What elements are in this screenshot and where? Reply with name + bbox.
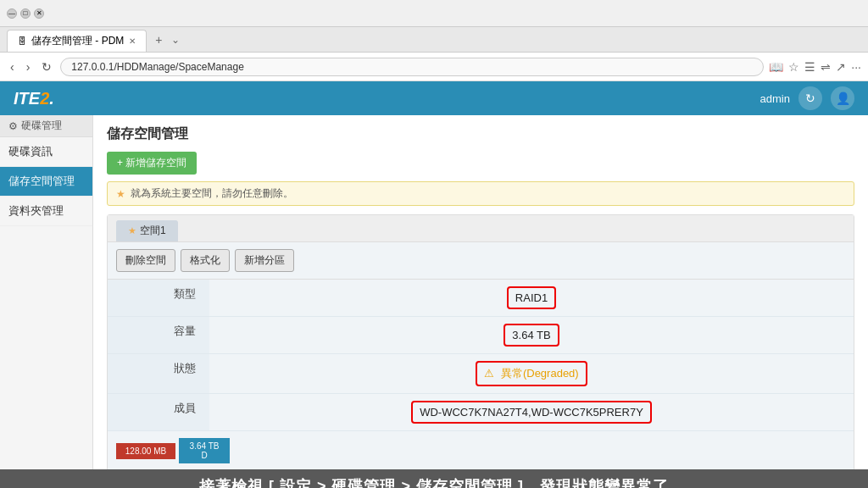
value-members: WD-WCC7K7NA27T4,WD-WCC7K5PRER7Y [209,394,854,430]
status-text: 異常(Degraded) [501,367,579,380]
add-storage-button[interactable]: + 新增儲存空間 [107,152,197,175]
sync-icon[interactable]: ⇌ [821,60,831,74]
value-members-text: WD-WCC7K7NA27T4,WD-WCC7K5PRER7Y [420,406,643,419]
space-tab-star-icon: ★ [128,225,136,236]
sidebar-item-label-disk-info: 硬碟資訊 [8,145,53,158]
seg-large-label: D [201,451,207,460]
tab-close-button[interactable]: ✕ [129,36,136,46]
seg-small-size: 128.00 MB [125,446,166,456]
space-card: ★ 空間1 刪除空間 格式化 新增分區 類型 RAID1 [107,214,854,469]
app-header: ITE2. admin ↻ 👤 [0,81,868,115]
page-title: 儲存空間管理 [107,125,854,143]
sidebar: ⚙ 硬碟管理 硬碟資訊 儲存空間管理 資料夾管理 [0,115,93,469]
value-capacity-text: 3.64 TB [512,329,550,341]
back-button[interactable]: ‹ [7,58,18,75]
storage-bar-segment-small: 128.00 MB [116,443,175,459]
refresh-icon-btn[interactable]: ↻ [798,86,822,110]
app-body: ⚙ 硬碟管理 硬碟資訊 儲存空間管理 資料夾管理 儲存空間管理 + 新增儲存空間… [0,115,868,469]
share-icon[interactable]: ↗ [836,60,846,74]
value-capacity: 3.64 TB [209,317,854,353]
highlight-box-capacity: 3.64 TB [504,324,559,347]
highlight-box-members: WD-WCC7K7NA27T4,WD-WCC7K5PRER7Y [411,401,652,424]
table-row-type: 類型 RAID1 [108,280,854,317]
highlight-box-status: ⚠ 異常(Degraded) [476,361,587,386]
warning-icon: ⚠ [484,367,494,380]
table-row-capacity: 容量 3.64 TB [108,317,854,354]
value-status: ⚠ 異常(Degraded) [209,354,854,393]
notice-text: 就為系統主要空間，請勿任意刪除。 [131,186,293,201]
space-tab-1[interactable]: ★ 空間1 [116,220,178,241]
label-type: 類型 [108,280,209,316]
tab-chevron[interactable]: ⌄ [171,34,180,46]
more-icon[interactable]: ··· [851,60,861,74]
active-tab[interactable]: 🗄 儲存空間管理 - PDM ✕ [7,30,147,52]
sidebar-item-label-folder: 資料夾管理 [8,204,64,217]
value-type-text: RAID1 [515,291,548,304]
win-restore[interactable]: □ [20,8,31,19]
notice-star-icon: ★ [116,188,125,200]
win-close[interactable]: ✕ [34,8,44,19]
main-content: 儲存空間管理 + 新增儲存空間 ★ 就為系統主要空間，請勿任意刪除。 ★ 空間1… [93,115,868,469]
sidebar-item-folder[interactable]: 資料夾管理 [0,197,92,226]
format-button[interactable]: 格式化 [181,249,230,272]
sidebar-item-label-storage: 儲存空間管理 [8,175,75,187]
info-table: 類型 RAID1 容量 3.64 TB [108,280,854,431]
subtitle-bar: 接著檢視 [ 設定 > 硬碟管理 > 儲存空間管理 ]，發現狀態變異常了 [0,469,868,488]
new-tab-button[interactable]: + [147,30,170,50]
subtitle-text: 接著檢視 [ 設定 > 硬碟管理 > 儲存空間管理 ]，發現狀態變異常了 [199,478,669,488]
address-bar-icons: 📖 ☆ ☰ ⇌ ↗ ··· [769,60,861,74]
space-tab-bar: ★ 空間1 [108,215,854,242]
add-partition-button[interactable]: 新增分區 [235,249,294,272]
table-row-members: 成員 WD-WCC7K7NA27T4,WD-WCC7K5PRER7Y [108,394,854,431]
reader-icon[interactable]: 📖 [769,60,783,74]
space-tab-label: 空間1 [140,224,166,238]
menu-icon[interactable]: ☰ [804,60,815,74]
win-minimize[interactable]: — [7,8,17,19]
seg-large-size: 3.64 TB [190,441,220,451]
tab-bar: 🗄 儲存空間管理 - PDM ✕ + ⌄ [0,27,868,53]
notice-bar: ★ 就為系統主要空間，請勿任意刪除。 [107,181,854,206]
browser-titlebar: — □ ✕ [0,0,868,27]
tab-title: 儲存空間管理 - PDM [31,34,124,48]
status-badge: ⚠ 異常(Degraded) [484,367,578,380]
gear-icon: ⚙ [8,120,18,132]
value-type: RAID1 [209,280,854,316]
label-capacity: 容量 [108,317,209,353]
app-logo: ITE2. [14,89,54,108]
space-actions: 刪除空間 格式化 新增分區 [108,242,854,280]
address-bar: ‹ › ↻ 127.0.0.1/HDDManage/SpaceManage 📖 … [0,53,868,81]
logo-accent: 2 [40,89,49,108]
bookmark-icon[interactable]: ☆ [788,60,799,74]
sidebar-item-storage[interactable]: 儲存空間管理 [0,167,92,197]
forward-button[interactable]: › [23,58,34,75]
highlight-box: RAID1 [507,286,556,309]
refresh-button[interactable]: ↻ [38,58,55,75]
window-controls: — □ ✕ [7,8,44,19]
delete-space-button[interactable]: 刪除空間 [116,249,175,272]
tab-favicon: 🗄 [18,36,26,46]
user-icon-btn[interactable]: 👤 [831,86,854,110]
storage-bar-segment-large: 3.64 TB D [179,438,230,463]
sidebar-item-disk-info[interactable]: 硬碟資訊 [0,137,92,167]
header-right: admin ↻ 👤 [760,86,854,110]
label-status: 狀態 [108,354,209,393]
url-input[interactable]: 127.0.0.1/HDDManage/SpaceManage [60,58,764,76]
sidebar-section-hdd: ⚙ 硬碟管理 [0,115,92,137]
sidebar-section-label: 硬碟管理 [21,119,62,133]
table-row-status: 狀態 ⚠ 異常(Degraded) [108,354,854,394]
storage-bar-row: 128.00 MB 3.64 TB D [108,431,854,469]
admin-label: admin [760,92,790,105]
label-members: 成員 [108,394,209,430]
